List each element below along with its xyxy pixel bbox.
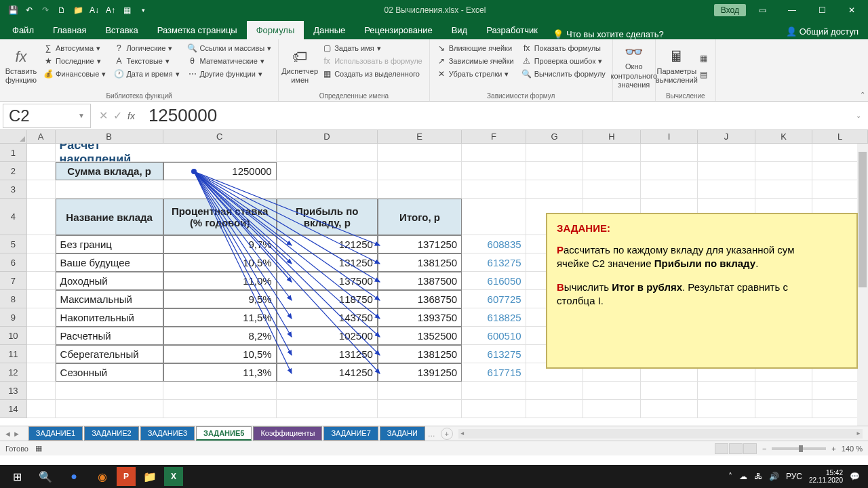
tab-file[interactable]: Файл [3, 21, 43, 39]
tab-layout[interactable]: Разметка страницы [148, 21, 247, 39]
row-header[interactable]: 10 [0, 327, 27, 345]
name-manager-button[interactable]: 🏷 Диспетчер имен [283, 42, 317, 91]
row-header[interactable]: 11 [0, 345, 27, 363]
qat-more-icon[interactable]: ▾ [136, 3, 151, 18]
view-layout-button[interactable] [729, 443, 743, 454]
insert-function-button[interactable]: fx Вставить функцию [4, 42, 38, 91]
cell-total[interactable]: 1371250 [378, 235, 462, 253]
col-header[interactable]: D [277, 130, 378, 143]
cell-total[interactable]: 1352500 [378, 327, 462, 345]
calc-sheet-button[interactable]: ▤ [696, 68, 711, 81]
add-sheet-button[interactable]: + [441, 428, 453, 440]
col-header[interactable]: H [583, 130, 641, 143]
minimize-icon[interactable]: — [778, 1, 806, 20]
excel-icon[interactable]: X [164, 467, 183, 486]
row-header[interactable]: 7 [0, 272, 27, 290]
row-header[interactable]: 9 [0, 308, 27, 327]
tab-formulas[interactable]: Формулы [247, 21, 304, 39]
math-button[interactable]: θМатематические ▾ [185, 55, 275, 67]
search-icon[interactable]: 🔍 [31, 466, 60, 487]
zoom-out-icon[interactable]: − [762, 445, 766, 453]
cell-name[interactable]: Ваше будущее [56, 253, 163, 272]
sheet-tab[interactable]: ЗАДАНИЕ1 [28, 426, 83, 441]
col-header[interactable]: J [698, 130, 755, 143]
remove-arrows-button[interactable]: ✕Убрать стрелки ▾ [434, 68, 517, 80]
trace-precedents-button[interactable]: ↘Влияющие ячейки [434, 42, 517, 54]
autosum-button[interactable]: ∑Автосумма ▾ [41, 42, 108, 54]
col-header[interactable]: I [641, 130, 698, 143]
cell-profit[interactable]: 131250 [277, 345, 378, 363]
task-textbox[interactable]: ЗАДАНИЕ: Рассчитать по каждому вкладу дл… [546, 213, 858, 369]
chrome-icon[interactable]: ● [60, 466, 88, 487]
tell-me-search[interactable]: 💡 Что вы хотите сделать? [553, 29, 664, 39]
cell-rate[interactable]: 9,5% [163, 290, 277, 308]
tab-view[interactable]: Вид [442, 21, 477, 39]
clock[interactable]: 15:4222.11.2020 [809, 469, 843, 484]
cell-check[interactable]: 618825 [462, 308, 526, 327]
cell-total[interactable]: 1391250 [378, 363, 462, 382]
cell-profit[interactable]: 102500 [277, 327, 378, 345]
app-icon[interactable]: ◉ [88, 466, 117, 487]
col-header[interactable]: E [378, 130, 462, 143]
save-icon[interactable]: 💾 [5, 3, 20, 18]
view-pagebreak-button[interactable] [743, 443, 757, 454]
cell-name[interactable]: Накопительный [56, 308, 163, 327]
trace-dependents-button[interactable]: ↗Зависимые ячейки [434, 55, 517, 67]
th-rate[interactable]: Процентная ставка (% годовой) [163, 199, 277, 235]
close-icon[interactable]: ✕ [838, 1, 865, 20]
tab-data[interactable]: Данные [304, 21, 355, 39]
sort-asc-icon[interactable]: A↓ [87, 3, 102, 18]
cell-name[interactable]: Максимальный [56, 290, 163, 308]
th-profit[interactable]: Прибыль по вкладу, р [277, 199, 378, 235]
datetime-button[interactable]: 🕐Дата и время ▾ [111, 68, 182, 80]
col-header[interactable]: K [755, 130, 813, 143]
tab-developer[interactable]: Разработчик [477, 21, 547, 39]
calc-now-button[interactable]: ▦ [696, 52, 711, 64]
tray-volume-icon[interactable]: 🔊 [769, 472, 779, 481]
sort-desc-icon[interactable]: A↑ [103, 3, 118, 18]
cell-total[interactable]: 1381250 [378, 253, 462, 272]
name-box[interactable]: C2 ▼ [3, 104, 91, 128]
explorer-icon[interactable]: 📁 [136, 466, 164, 487]
sheet-nav-prev-icon[interactable]: ◄ [4, 430, 12, 438]
fx-icon[interactable]: fx [127, 110, 135, 121]
row-header[interactable]: 5 [0, 235, 27, 253]
col-header[interactable]: L [812, 130, 868, 143]
tray-notifications-icon[interactable]: 💬 [850, 472, 860, 481]
cell-rate[interactable]: 8,2% [163, 327, 277, 345]
cell-check[interactable]: 608835 [462, 235, 526, 253]
logical-button[interactable]: ?Логические ▾ [111, 42, 182, 54]
row-header[interactable]: 13 [0, 382, 27, 400]
login-button[interactable]: Вход [714, 4, 746, 16]
show-formulas-button[interactable]: fxПоказать формулы [519, 42, 608, 54]
morefn-button[interactable]: ⋯Другие функции ▾ [185, 68, 275, 80]
accept-formula-icon[interactable]: ✓ [113, 109, 122, 122]
start-button[interactable]: ⊞ [3, 466, 31, 487]
row-header[interactable]: 2 [0, 162, 27, 180]
cell-check[interactable]: 617715 [462, 363, 526, 382]
cell-name[interactable]: Доходный [56, 272, 163, 290]
cell-check[interactable]: 600510 [462, 327, 526, 345]
cell-rate[interactable]: 11,0% [163, 272, 277, 290]
tab-review[interactable]: Рецензирование [355, 21, 441, 39]
maximize-icon[interactable]: ☐ [808, 1, 835, 20]
cell-check[interactable]: 613275 [462, 253, 526, 272]
select-all-corner[interactable] [0, 130, 27, 143]
lookup-button[interactable]: 🔍Ссылки и массивы ▾ [185, 42, 275, 54]
cell-profit[interactable]: 121250 [277, 235, 378, 253]
row-header[interactable]: 4 [0, 199, 27, 235]
cell-rate[interactable]: 10,5% [163, 253, 277, 272]
cell-total[interactable]: 1393750 [378, 308, 462, 327]
watch-window-button[interactable]: 👓 Окно контрольного значения [617, 42, 651, 91]
sheet-tab[interactable]: ЗАДАНИЕ2 [84, 426, 138, 441]
col-header[interactable]: G [526, 130, 584, 143]
undo-icon[interactable]: ↶ [22, 3, 37, 18]
row-header[interactable]: 8 [0, 290, 27, 308]
cell-profit[interactable]: 118750 [277, 290, 378, 308]
cell-profit[interactable]: 137500 [277, 272, 378, 290]
deposit-label[interactable]: Сумма вклада, р [56, 162, 163, 180]
cell-name[interactable]: Расчетный [56, 327, 163, 345]
recent-button[interactable]: ★Последние ▾ [41, 55, 108, 67]
macro-record-icon[interactable]: ▦ [35, 444, 42, 453]
cell-total[interactable]: 1381250 [378, 345, 462, 363]
